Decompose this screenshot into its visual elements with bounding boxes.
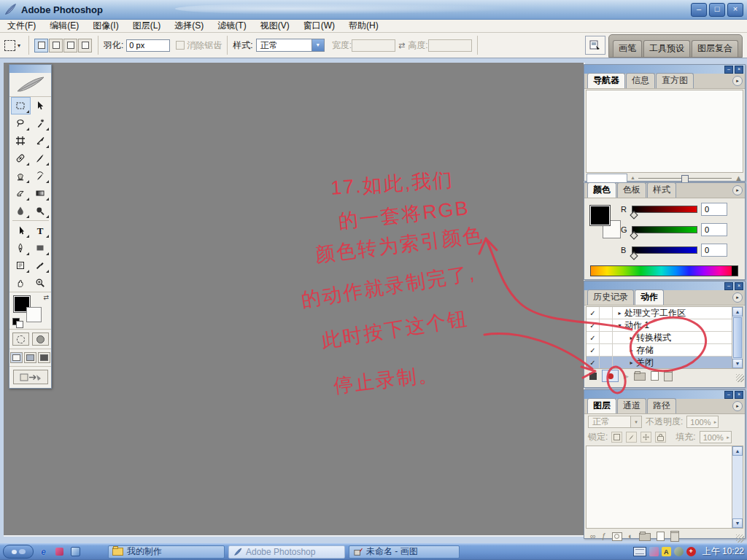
action-row[interactable]: ✓ ▸ 处理文字工作区	[587, 307, 732, 319]
tab-history[interactable]: 历史记录	[587, 289, 634, 305]
fullscreen-menubar-button[interactable]	[24, 352, 36, 363]
selection-intersect-button[interactable]	[78, 39, 92, 52]
new-group-button[interactable]	[639, 533, 651, 541]
play-button[interactable]: ▶	[624, 373, 629, 380]
zoom-in-mountain-icon[interactable]: ▲	[735, 175, 743, 181]
security-shield-icon[interactable]: +	[686, 547, 696, 556]
action-dialog-cell[interactable]	[600, 344, 613, 356]
palette-close-button[interactable]: ×	[735, 391, 743, 399]
gradient-tool[interactable]	[31, 184, 50, 202]
display-tray-icon[interactable]	[649, 547, 659, 556]
green-value-field[interactable]: 0	[701, 223, 727, 236]
expand-icon[interactable]: ▸	[627, 347, 636, 354]
actions-scrollbar[interactable]: ▲ ▼	[732, 307, 743, 368]
resize-grip[interactable]	[736, 534, 744, 542]
selection-new-button[interactable]	[34, 39, 48, 52]
action-check-icon[interactable]: ✓	[587, 344, 600, 356]
quick-launch-ie-icon[interactable]: e	[37, 546, 50, 558]
zoom-tool[interactable]	[31, 274, 50, 292]
layer-style-icon[interactable]: ƒ	[602, 532, 606, 540]
menu-help[interactable]: 帮助(H)	[349, 20, 379, 32]
dodge-tool[interactable]	[31, 202, 50, 219]
expand-icon[interactable]: ▸	[627, 335, 636, 341]
tab-histogram[interactable]: 直方图	[656, 73, 694, 88]
taskbar-button-photoshop[interactable]: Adobe Photoshop	[228, 545, 345, 559]
eyedropper-tool[interactable]	[31, 257, 50, 274]
tab-swatches[interactable]: 色板	[617, 182, 646, 198]
scroll-down-icon[interactable]: ▼	[732, 518, 743, 528]
tab-navigator[interactable]: 导航器	[587, 73, 625, 88]
tab-paths[interactable]: 路径	[647, 398, 676, 413]
delete-layer-button[interactable]	[670, 531, 679, 542]
action-check-icon[interactable]: ✓	[587, 332, 600, 343]
action-check-icon[interactable]: ✓	[587, 307, 600, 319]
path-selection-tool[interactable]	[11, 222, 31, 239]
rect-marquee-tool[interactable]	[11, 97, 31, 114]
action-row[interactable]: ✓ ▸ 转换模式	[587, 332, 732, 344]
blue-slider[interactable]	[632, 246, 697, 254]
blur-tool[interactable]	[11, 202, 31, 219]
selection-subtract-button[interactable]	[63, 39, 77, 52]
palette-menu-button[interactable]: ▸	[732, 185, 743, 195]
clone-stamp-tool[interactable]	[11, 167, 31, 184]
action-dialog-cell[interactable]	[600, 332, 613, 343]
action-row-selected[interactable]: ✓ ▸ 关闭	[587, 357, 732, 369]
tab-info[interactable]: 信息	[626, 73, 655, 88]
brush-tool[interactable]	[31, 149, 50, 167]
palette-minimize-button[interactable]: –	[724, 391, 733, 399]
minimize-button[interactable]: –	[691, 3, 707, 17]
well-tab-brushes[interactable]: 画笔	[613, 40, 642, 57]
well-tab-tool-presets[interactable]: 工具预设	[643, 40, 690, 57]
menu-image[interactable]: 图像(I)	[93, 20, 118, 32]
style-dropdown[interactable]: 正常 ▾	[256, 39, 325, 52]
toolbox-titlebar[interactable]	[9, 65, 51, 73]
scrollbar-thumb[interactable]	[733, 317, 742, 358]
fullscreen-button[interactable]	[38, 352, 50, 363]
action-dialog-cell[interactable]	[600, 307, 613, 319]
blue-value-field[interactable]: 0	[701, 244, 727, 257]
foreground-color-swatch[interactable]	[590, 206, 610, 225]
action-check-icon[interactable]: ✓	[587, 319, 600, 331]
menu-file[interactable]: 文件(F)	[7, 20, 36, 32]
tool-preset-picker[interactable]: ▾	[4, 40, 20, 51]
expand-icon[interactable]: ▸	[615, 310, 624, 316]
action-row[interactable]: ✓ ▸ 存储	[587, 344, 732, 357]
crop-tool[interactable]	[11, 132, 31, 149]
selection-add-button[interactable]	[49, 39, 63, 52]
tab-color[interactable]: 颜色	[587, 182, 616, 198]
stop-recording-button[interactable]	[589, 373, 597, 380]
palette-close-button[interactable]: ×	[735, 66, 743, 74]
menu-layer[interactable]: 图层(L)	[133, 20, 161, 32]
quick-launch-desktop-icon[interactable]	[69, 546, 82, 558]
menu-edit[interactable]: 编辑(E)	[50, 20, 79, 32]
palette-minimize-button[interactable]: –	[724, 282, 733, 290]
quick-launch-media-icon[interactable]	[53, 546, 66, 558]
file-browser-button[interactable]	[585, 36, 605, 55]
action-label[interactable]: 动作 1	[624, 319, 649, 332]
action-label[interactable]: 关闭	[636, 357, 654, 369]
lasso-tool[interactable]	[11, 114, 31, 132]
shape-tool[interactable]	[31, 239, 50, 257]
action-dialog-cell[interactable]	[600, 357, 613, 368]
green-slider[interactable]	[632, 226, 697, 233]
quick-mask-mode-button[interactable]	[32, 332, 49, 346]
move-tool[interactable]	[31, 97, 50, 114]
resize-grip[interactable]	[736, 374, 744, 382]
default-colors-icon[interactable]	[12, 318, 23, 327]
feather-input[interactable]	[126, 39, 170, 52]
maximize-button[interactable]: □	[709, 3, 725, 17]
scroll-up-icon[interactable]: ▲	[732, 307, 743, 316]
taskbar-button-folder[interactable]: 我的制作	[108, 545, 225, 559]
tab-channels[interactable]: 通道	[617, 398, 646, 413]
volume-tray-icon[interactable]	[674, 547, 684, 556]
eraser-tool[interactable]	[11, 184, 31, 202]
hand-tool[interactable]	[11, 274, 31, 292]
standard-screen-button[interactable]	[10, 352, 23, 363]
link-layers-icon[interactable]: ∞	[590, 532, 596, 540]
jump-to-imageready-button[interactable]	[13, 370, 48, 384]
navigator-zoom-input[interactable]	[587, 174, 627, 183]
scroll-down-icon[interactable]: ▼	[732, 359, 743, 368]
magic-wand-tool[interactable]	[31, 114, 50, 132]
record-button[interactable]	[602, 370, 619, 382]
menu-select[interactable]: 选择(S)	[174, 20, 204, 32]
